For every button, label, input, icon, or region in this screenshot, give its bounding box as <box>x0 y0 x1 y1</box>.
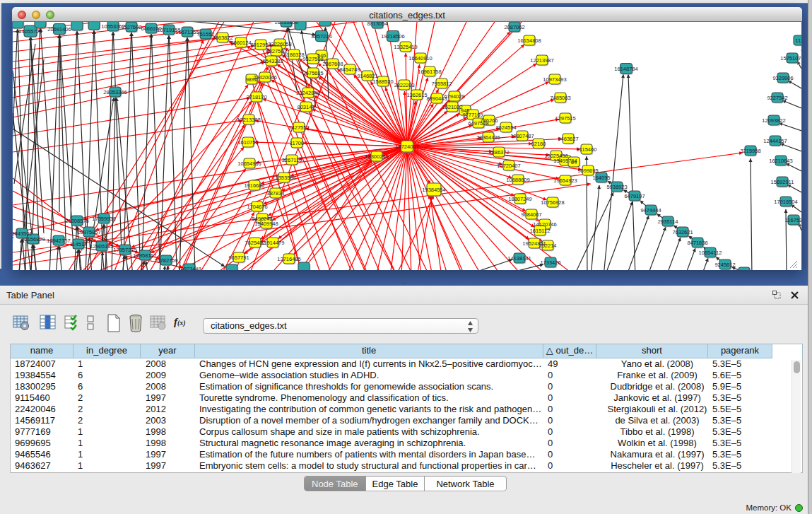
svg-text:6794028: 6794028 <box>444 93 464 100</box>
svg-text:16210643: 16210643 <box>769 158 792 164</box>
svg-text:16782759: 16782759 <box>154 257 177 264</box>
svg-text:6497508: 6497508 <box>468 120 488 127</box>
svg-text:7955812: 7955812 <box>431 81 452 87</box>
svg-text:10973493: 10973493 <box>543 76 566 83</box>
svg-text:7485063: 7485063 <box>550 95 570 101</box>
svg-text:64: 64 <box>571 159 577 165</box>
svg-text:19384554: 19384554 <box>422 187 445 193</box>
svg-text:8454749: 8454749 <box>339 66 360 73</box>
svg-text:15692911: 15692911 <box>771 179 794 185</box>
svg-text:13325419: 13325419 <box>394 44 417 50</box>
svg-text:164095: 164095 <box>592 175 610 181</box>
svg-text:11914479: 11914479 <box>261 240 285 246</box>
svg-text:16640910: 16640910 <box>408 55 432 62</box>
svg-text:12942757: 12942757 <box>47 238 70 244</box>
svg-text:252214: 252214 <box>539 243 556 249</box>
svg-text:12905185: 12905185 <box>90 243 113 250</box>
svg-text:17016504: 17016504 <box>774 199 797 205</box>
svg-text:15720407: 15720407 <box>497 163 520 169</box>
svg-text:3267110: 3267110 <box>282 157 302 163</box>
svg-text:6479197: 6479197 <box>624 193 645 199</box>
svg-text:10975857: 10975857 <box>77 229 100 235</box>
svg-text:12213383: 12213383 <box>237 117 260 123</box>
svg-text:1610753: 1610753 <box>237 139 258 146</box>
svg-text:12444157: 12444157 <box>763 138 787 144</box>
svg-text:5938923: 5938923 <box>606 184 627 190</box>
svg-text:20691406: 20691406 <box>47 26 71 33</box>
svg-text:15751074: 15751074 <box>780 55 801 62</box>
svg-text:20208576: 20208576 <box>65 218 88 224</box>
svg-text:10756928: 10756928 <box>541 199 564 206</box>
svg-text:9474444: 9474444 <box>640 207 661 214</box>
svg-text:19654923: 19654923 <box>553 177 577 184</box>
svg-text:19218506: 19218506 <box>381 33 404 40</box>
svg-text:9896: 9896 <box>246 76 258 83</box>
svg-text:62160: 62160 <box>531 141 546 147</box>
svg-text:10688609: 10688609 <box>506 177 529 183</box>
svg-text:803144: 803144 <box>297 104 314 110</box>
svg-text:17359938: 17359938 <box>92 216 115 222</box>
svg-text:9699695: 9699695 <box>577 168 598 174</box>
svg-text:3215958: 3215958 <box>740 148 760 154</box>
svg-text:20364436: 20364436 <box>476 134 500 141</box>
svg-text:16154808: 16154808 <box>517 37 541 44</box>
svg-text:10654985: 10654985 <box>237 160 261 167</box>
svg-text:12353584: 12353584 <box>272 175 295 181</box>
svg-text:3822203: 3822203 <box>394 82 414 88</box>
svg-text:9657791: 9657791 <box>228 255 249 261</box>
svg-text:2718170: 2718170 <box>246 94 266 100</box>
svg-text:1733426: 1733426 <box>540 259 560 266</box>
svg-text:9463627: 9463627 <box>558 136 578 142</box>
svg-text:1621022: 1621022 <box>442 104 462 110</box>
svg-text:14055724: 14055724 <box>18 28 42 35</box>
svg-text:28053346: 28053346 <box>103 89 126 95</box>
svg-text:1527602: 1527602 <box>121 24 141 30</box>
svg-text:12093822: 12093822 <box>762 117 785 124</box>
svg-text:12156829: 12156829 <box>21 236 45 243</box>
svg-text:9327508: 9327508 <box>302 56 323 62</box>
svg-text:3624554: 3624554 <box>495 124 516 131</box>
svg-text:111: 111 <box>795 37 801 44</box>
svg-text:8857224: 8857224 <box>311 33 331 40</box>
svg-text:7632621: 7632621 <box>672 229 693 235</box>
svg-text:1588520: 1588520 <box>372 78 393 85</box>
svg-text:16671355: 16671355 <box>175 29 199 35</box>
svg-text:1916682: 1916682 <box>244 182 264 189</box>
svg-text:18724007: 18724007 <box>395 144 418 150</box>
svg-text:23242848: 23242848 <box>296 90 319 96</box>
svg-text:18300295: 18300295 <box>365 153 388 160</box>
svg-text:9245612: 9245612 <box>714 262 735 268</box>
svg-text:2935114: 2935114 <box>658 218 678 225</box>
svg-text:9329906: 9329906 <box>772 75 793 81</box>
svg-text:1297515: 1297515 <box>555 115 575 122</box>
svg-text:1362615: 1362615 <box>406 92 427 98</box>
svg-text:9427552: 9427552 <box>288 124 309 131</box>
svg-text:9115460: 9115460 <box>577 146 597 153</box>
svg-text:8186328: 8186328 <box>283 52 304 58</box>
svg-text:8660124: 8660124 <box>230 40 251 46</box>
svg-text:1615112: 1615112 <box>530 228 551 234</box>
svg-text:8813054: 8813054 <box>367 22 387 27</box>
svg-text:3675685: 3675685 <box>302 70 323 76</box>
svg-text:114517: 114517 <box>70 241 87 247</box>
svg-text:116753: 116753 <box>785 217 801 223</box>
svg-text:15409948: 15409948 <box>254 221 278 227</box>
svg-text:387834: 387834 <box>266 190 284 197</box>
svg-text:11700: 11700 <box>290 140 304 146</box>
svg-text:16033809: 16033809 <box>274 22 298 25</box>
svg-text:9227342: 9227342 <box>767 95 787 101</box>
svg-text:2087062: 2087062 <box>504 24 524 30</box>
svg-text:12923448: 12923448 <box>177 266 201 271</box>
svg-text:12213987: 12213987 <box>530 57 553 64</box>
svg-text:8471636: 8471636 <box>687 240 707 246</box>
svg-text:10807487: 10807487 <box>510 133 534 139</box>
svg-text:16543382: 16543382 <box>259 58 283 64</box>
svg-text:10958117: 10958117 <box>134 252 157 259</box>
svg-text:16961758: 16961758 <box>418 69 441 75</box>
svg-text:13716485: 13716485 <box>277 256 300 262</box>
svg-text:18807249: 18807249 <box>508 196 531 202</box>
svg-text:7886372: 7886372 <box>488 149 509 156</box>
svg-text:10654112: 10654112 <box>699 250 722 256</box>
svg-text:23226058: 23226058 <box>268 41 291 47</box>
svg-text:16148784: 16148784 <box>614 66 637 72</box>
